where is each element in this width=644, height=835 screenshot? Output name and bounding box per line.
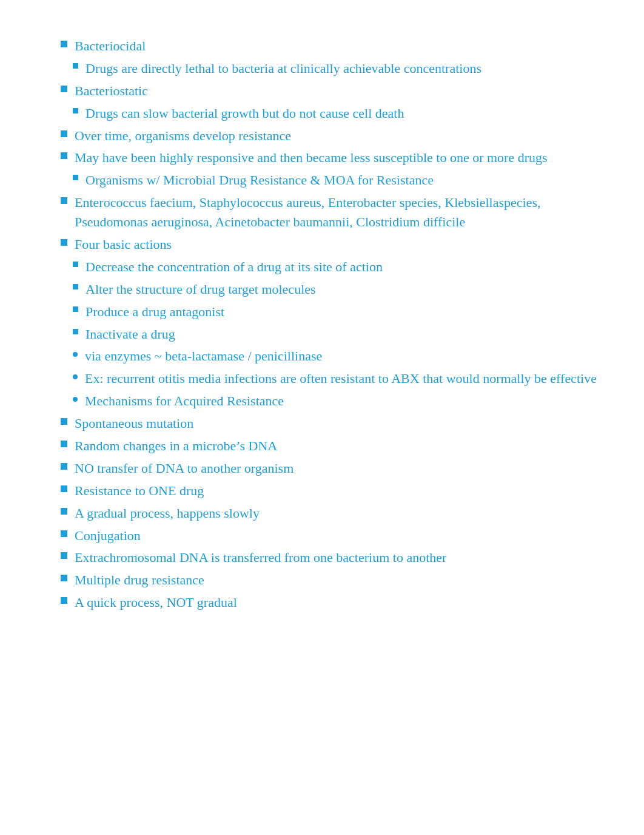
list-item: Bacteriocidal — [61, 36, 608, 56]
item-text: Inactivate a drug — [86, 325, 608, 344]
item-text: Bacteriocidal — [75, 36, 608, 56]
list-item: Decrease the concentration of a drug at … — [73, 257, 608, 277]
list-item: Multiple drug resistance — [61, 570, 608, 590]
child-list: via enzymes ~ beta-lactamase / penicilli… — [36, 347, 608, 411]
item-text: Spontaneous mutation — [75, 414, 608, 433]
list-item: Mechanisms for Acquired Resistance — [73, 391, 608, 411]
item-text: Mechanisms for Acquired Resistance — [85, 391, 608, 411]
list-item: via enzymes ~ beta-lactamase / penicilli… — [73, 347, 608, 366]
item-text: Drugs are directly lethal to bacteria at… — [86, 59, 608, 78]
list-item: Organisms w/ Microbial Drug Resistance &… — [73, 171, 608, 190]
list-item: Produce a drug antagonist — [73, 302, 608, 322]
child-list: Organisms w/ Microbial Drug Resistance &… — [36, 171, 608, 190]
list-item: Resistance to ONE drug — [61, 481, 608, 501]
child-list: Decrease the concentration of a drug at … — [36, 257, 608, 411]
item-text: Four basic actions — [75, 235, 608, 254]
list-item: Ex: recurrent otitis media infections ar… — [73, 369, 608, 388]
item-text: Alter the structure of drug target molec… — [86, 280, 608, 299]
item-text: Extrachromosomal DNA is transferred from… — [75, 548, 608, 567]
item-text: Enterococcus faecium, Staphylococcus aur… — [75, 193, 608, 232]
item-text: Resistance to ONE drug — [75, 481, 608, 501]
main-content: BacteriocidalDrugs are directly lethal t… — [36, 24, 608, 612]
item-text: NO transfer of DNA to another organism — [75, 459, 608, 478]
list-item: Spontaneous mutation — [61, 414, 608, 433]
list-item: Inactivate a drug — [73, 325, 608, 344]
item-text: via enzymes ~ beta-lactamase / penicilli… — [85, 347, 608, 366]
list-item: Drugs can slow bacterial growth but do n… — [73, 104, 608, 123]
item-text: Random changes in a microbe’s DNA — [75, 436, 608, 456]
item-text: Decrease the concentration of a drug at … — [86, 257, 608, 277]
item-text: Multiple drug resistance — [75, 570, 608, 590]
item-text: A gradual process, happens slowly — [75, 504, 608, 523]
child-list: Drugs can slow bacterial growth but do n… — [36, 104, 608, 123]
list-item: May have been highly responsive and then… — [61, 148, 608, 167]
item-text: A quick process, NOT gradual — [75, 593, 608, 612]
item-text: Drugs can slow bacterial growth but do n… — [86, 104, 608, 123]
item-text: Produce a drug antagonist — [86, 302, 608, 322]
item-text: Bacteriostatic — [75, 81, 608, 101]
list-item: Bacteriostatic — [61, 81, 608, 101]
item-text: Ex: recurrent otitis media infections ar… — [85, 369, 608, 388]
list-item: Extrachromosomal DNA is transferred from… — [61, 548, 608, 567]
item-text: Organisms w/ Microbial Drug Resistance &… — [86, 171, 608, 190]
list-item: Drugs are directly lethal to bacteria at… — [73, 59, 608, 78]
list-item: NO transfer of DNA to another organism — [61, 459, 608, 478]
list-item: Over time, organisms develop resistance — [61, 126, 608, 146]
child-list: Drugs are directly lethal to bacteria at… — [36, 59, 608, 78]
list-item: Enterococcus faecium, Staphylococcus aur… — [61, 193, 608, 232]
list-item: Conjugation — [61, 526, 608, 546]
list-item: Alter the structure of drug target molec… — [73, 280, 608, 299]
list-item: Four basic actions — [61, 235, 608, 254]
item-text: Over time, organisms develop resistance — [75, 126, 608, 146]
list-item: Random changes in a microbe’s DNA — [61, 436, 608, 456]
item-text: Conjugation — [75, 526, 608, 546]
item-text: May have been highly responsive and then… — [75, 148, 608, 167]
list-item: A gradual process, happens slowly — [61, 504, 608, 523]
list-item: A quick process, NOT gradual — [61, 593, 608, 612]
